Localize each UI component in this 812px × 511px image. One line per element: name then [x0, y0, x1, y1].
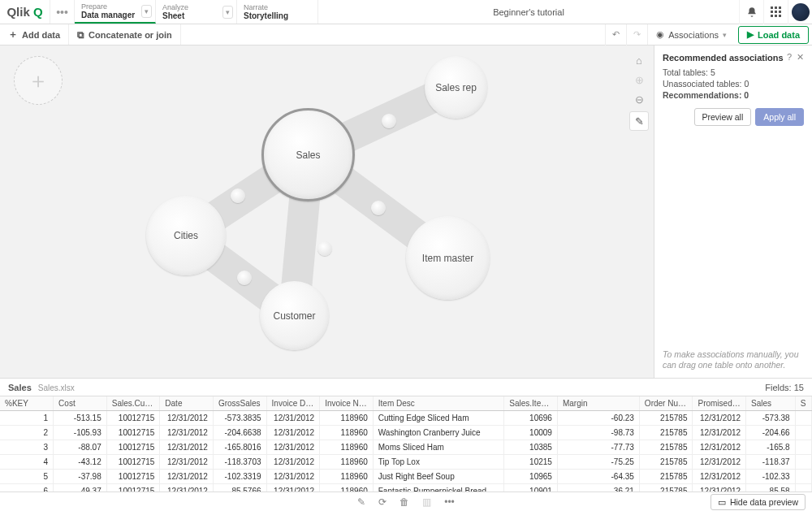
add-data-label: Add data — [22, 30, 60, 40]
bubble-label: Sales rep — [435, 82, 477, 93]
data-preview-table[interactable]: %KEYCostSales.Custo…DateGrossSalesInvoic… — [0, 396, 812, 492]
delete-icon[interactable]: 🗑 — [400, 496, 409, 508]
column-header[interactable]: Sales — [746, 396, 796, 411]
association-joint[interactable] — [237, 271, 252, 285]
association-joint[interactable] — [371, 201, 386, 215]
association-joint[interactable] — [317, 241, 332, 256]
home-icon[interactable]: ⌂ — [629, 50, 649, 70]
association-joint[interactable] — [382, 114, 396, 128]
concatenate-button[interactable]: ⧉ Concatenate or join — [69, 24, 181, 45]
table-cell — [795, 411, 811, 426]
table-row[interactable]: 1-513.151001271512/31/2012-573.383512/31… — [0, 411, 812, 426]
fields-count: Fields: 15 — [765, 383, 804, 392]
table-row[interactable]: 5-37.981001271512/31/2012-102.331912/31/… — [0, 470, 812, 484]
association-canvas[interactable]: ＋ Sales Sales rep Item master Customer C… — [0, 45, 654, 378]
panel-title: Recommended associations — [663, 53, 784, 63]
eye-icon: ◉ — [656, 29, 664, 40]
column-header[interactable]: Sales.Item N… — [504, 396, 558, 411]
nav-prepare-label: Prepare — [81, 2, 149, 11]
table-cell: 118960 — [320, 426, 374, 440]
table-row[interactable]: 2-105.931001271512/31/2012-204.663812/31… — [0, 426, 812, 440]
load-data-button[interactable]: ▶ Load data — [738, 26, 809, 44]
qlik-logo[interactable]: Qlik Q — [0, 0, 50, 24]
table-row[interactable]: 4-43.121001271512/31/2012-118.370312/31/… — [0, 455, 812, 470]
table-cell: 118960 — [320, 470, 374, 484]
column-header[interactable]: Cost — [54, 396, 107, 411]
apply-all-button[interactable]: Apply all — [755, 108, 804, 126]
redo-icon: ↷ — [626, 24, 647, 45]
table-cell: 10215 — [504, 455, 558, 470]
column-header[interactable]: GrossSales — [213, 396, 266, 411]
panel-icon: ▭ — [718, 497, 726, 507]
add-table-bubble[interactable]: ＋ — [14, 56, 63, 105]
add-data-button[interactable]: ＋ Add data — [0, 24, 69, 45]
table-row[interactable]: 6-49.371001271512/31/2012-85.576612/31/2… — [0, 484, 812, 492]
table-cell: 12/31/2012 — [693, 426, 746, 440]
apps-grid-icon[interactable] — [763, 0, 788, 24]
edit-icon[interactable]: ✎ — [357, 496, 365, 508]
column-header[interactable]: Order Number — [639, 396, 693, 411]
column-header[interactable]: Invoice Num… — [320, 396, 374, 411]
unpivot-icon[interactable]: ▥ — [422, 496, 431, 508]
association-joint[interactable] — [231, 188, 245, 203]
table-cell: 215785 — [639, 411, 693, 426]
table-bubble-sales-rep[interactable]: Sales rep — [425, 56, 487, 119]
column-header[interactable]: %KEY — [0, 396, 54, 411]
concatenate-label: Concatenate or join — [89, 30, 172, 40]
undo-icon[interactable]: ↶ — [605, 24, 626, 45]
notifications-icon[interactable] — [739, 0, 763, 24]
column-header[interactable]: Invoice Date — [266, 396, 320, 411]
zoom-out-icon[interactable]: ⊖ — [629, 89, 649, 109]
topbar: Qlik Q ••• Prepare Data manager ▾ Analyz… — [0, 0, 812, 24]
table-bubble-cities[interactable]: Cities — [146, 196, 226, 275]
plus-icon: ＋ — [8, 28, 18, 41]
table-cell: 12/31/2012 — [266, 455, 320, 470]
associations-label: Associations — [668, 30, 719, 40]
table-cell: 215785 — [639, 426, 693, 440]
table-cell: 12/31/2012 — [266, 426, 320, 440]
hide-data-preview-button[interactable]: ▭ Hide data preview — [710, 494, 806, 510]
help-icon[interactable]: ? — [787, 52, 792, 63]
column-header[interactable]: Promised D… — [693, 396, 746, 411]
close-icon[interactable]: ✕ — [797, 52, 804, 63]
nav-narrate[interactable]: Narrate Storytelling — [237, 0, 318, 24]
table-cell: Washington Cranberry Juice — [373, 426, 504, 440]
table-cell: -64.35 — [557, 470, 639, 484]
table-cell: 12/31/2012 — [693, 484, 746, 492]
nav-prepare[interactable]: Prepare Data manager ▾ — [75, 0, 156, 24]
associations-button[interactable]: ◉ Associations ▾ — [647, 24, 735, 45]
zoom-in-icon[interactable]: ⊕ — [629, 70, 649, 89]
table-cell: 10385 — [504, 440, 558, 455]
nav-narrate-label: Narrate — [244, 3, 311, 11]
user-avatar[interactable] — [788, 0, 812, 24]
table-cell — [795, 484, 811, 492]
magic-wand-icon[interactable]: ✎ — [629, 111, 649, 131]
table-bubble-item-master[interactable]: Item master — [406, 216, 490, 300]
table-cell: 118960 — [320, 484, 374, 492]
chevron-down-icon[interactable]: ▾ — [222, 6, 233, 19]
table-cell: -37.98 — [54, 470, 107, 484]
chevron-down-icon: ▾ — [723, 31, 727, 39]
chevron-down-icon[interactable]: ▾ — [141, 5, 152, 18]
refresh-icon[interactable]: ⟳ — [378, 496, 387, 508]
table-cell: -102.3319 — [213, 470, 266, 484]
more-icon[interactable]: ••• — [444, 496, 455, 508]
table-bubble-sales[interactable]: Sales — [261, 108, 355, 201]
column-header[interactable]: Sales.Custo… — [106, 396, 160, 411]
table-cell — [795, 440, 811, 455]
table-cell: -165.8 — [746, 440, 796, 455]
table-cell: 10012715 — [106, 484, 160, 492]
nav-analyze[interactable]: Analyze Sheet ▾ — [156, 0, 237, 24]
table-cell: -204.66 — [746, 426, 796, 440]
column-header[interactable]: Margin — [557, 396, 639, 411]
column-header[interactable]: S — [795, 396, 811, 411]
table-row[interactable]: 3-88.071001271512/31/2012-165.801612/31/… — [0, 440, 812, 455]
panel-footer-hint: To make associations manually, you can d… — [663, 349, 804, 371]
column-header[interactable]: Date — [160, 396, 214, 411]
column-header[interactable]: Item Desc — [373, 396, 504, 411]
global-menu-icon[interactable]: ••• — [50, 0, 75, 24]
preview-all-button[interactable]: Preview all — [694, 108, 752, 126]
table-cell: 215785 — [639, 455, 693, 470]
table-cell: 118960 — [320, 455, 374, 470]
table-bubble-customer[interactable]: Customer — [260, 281, 329, 350]
